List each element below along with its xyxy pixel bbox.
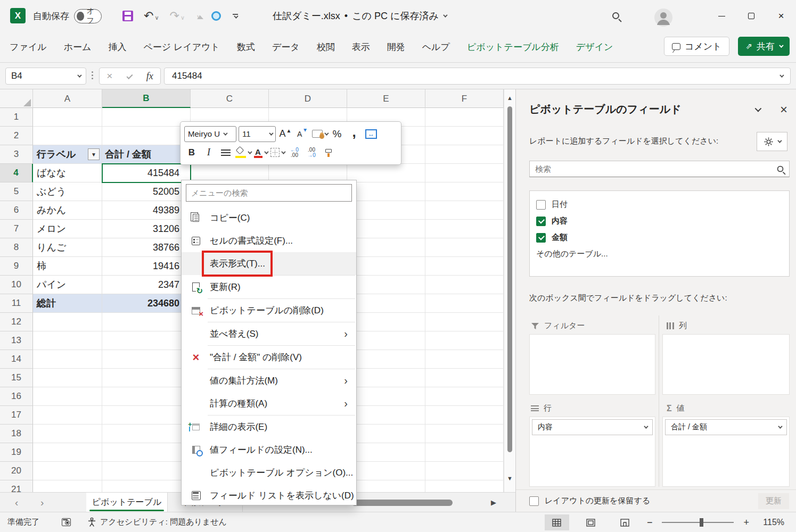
redo-button[interactable]: ↷∨ bbox=[170, 9, 185, 23]
grow-font-button[interactable]: A▲ bbox=[278, 126, 293, 142]
tab-home[interactable]: ホーム bbox=[56, 37, 99, 57]
row-header-12[interactable]: 12 bbox=[0, 313, 33, 331]
checkbox-icon[interactable] bbox=[536, 200, 546, 210]
pivot-cell-value[interactable]: 38766 bbox=[102, 238, 191, 256]
scroll-right-icon[interactable]: ▶ bbox=[491, 498, 496, 506]
autofit-width-button[interactable]: ↔ bbox=[364, 126, 379, 142]
menu-item-summarize-values[interactable]: 値の集計方法(M) › bbox=[182, 369, 356, 392]
column-header-e[interactable]: E bbox=[347, 89, 425, 108]
customize-toolbar-button[interactable] bbox=[232, 14, 239, 19]
italic-button[interactable]: I bbox=[201, 145, 216, 161]
accessibility-status[interactable]: アクセシビリティ: 問題ありません bbox=[88, 517, 227, 527]
pivot-cell-label[interactable]: みかん bbox=[33, 201, 102, 219]
values-drop-area[interactable]: 合計 / 金額 bbox=[662, 417, 790, 487]
sheet-tab-pivottable[interactable]: ピボットテーブル bbox=[86, 493, 167, 512]
title-chevron-icon[interactable] bbox=[443, 13, 447, 17]
formula-bar-grip-icon[interactable] bbox=[92, 71, 93, 73]
pivot-cell-label[interactable]: りんご bbox=[33, 238, 102, 256]
menu-item-value-field-settings[interactable]: 値フィールドの設定(N)... bbox=[182, 438, 356, 461]
percent-style-button[interactable]: % bbox=[330, 126, 344, 142]
checkbox-icon[interactable] bbox=[536, 233, 546, 243]
zoom-out-button[interactable]: − bbox=[647, 517, 653, 528]
field-item-date[interactable]: 日付 bbox=[536, 196, 783, 213]
row-header-13[interactable]: 13 bbox=[0, 331, 33, 350]
close-button[interactable]: × bbox=[766, 0, 796, 32]
save-icon[interactable] bbox=[122, 11, 133, 21]
column-header-d[interactable]: D bbox=[269, 89, 347, 108]
row-header-11[interactable]: 11 bbox=[0, 294, 33, 313]
tab-insert[interactable]: 挿入 bbox=[101, 37, 134, 57]
tab-view[interactable]: 表示 bbox=[344, 37, 378, 57]
tab-developer[interactable]: 開発 bbox=[380, 37, 413, 57]
selected-cell-outline[interactable] bbox=[102, 163, 191, 183]
menu-item-pivottable-options[interactable]: ピボットテーブル オプション(O)... bbox=[182, 461, 356, 484]
row-header-20[interactable]: 20 bbox=[0, 462, 33, 480]
tools-button[interactable] bbox=[757, 132, 787, 151]
font-size-combo[interactable]: 11 bbox=[239, 126, 276, 142]
filter-dropdown-button[interactable]: ▼ bbox=[88, 148, 100, 160]
row-header-2[interactable]: 2 bbox=[0, 127, 33, 145]
maximize-button[interactable] bbox=[736, 0, 766, 32]
row-header-15[interactable]: 15 bbox=[0, 369, 33, 387]
scroll-up-icon[interactable]: ▲ bbox=[507, 95, 513, 101]
fill-color-chevron-icon[interactable] bbox=[248, 149, 252, 154]
zoom-in-button[interactable]: + bbox=[743, 517, 749, 528]
values-pill-chevron-icon[interactable] bbox=[778, 424, 782, 428]
document-title[interactable]: 仕訳ダミー.xlsx • この PC に保存済み bbox=[273, 0, 446, 32]
vertical-scrollbar[interactable]: ▲ ▼ bbox=[504, 89, 515, 492]
page-layout-view-button[interactable] bbox=[579, 514, 603, 530]
menu-item-refresh[interactable]: 更新(R) bbox=[182, 276, 356, 298]
normal-view-button[interactable] bbox=[545, 514, 569, 530]
defer-layout-checkbox[interactable] bbox=[529, 496, 539, 506]
formula-input[interactable]: 415484 bbox=[164, 68, 791, 85]
column-header-f[interactable]: F bbox=[425, 89, 504, 108]
pivot-cell-value[interactable]: 2347 bbox=[102, 276, 191, 294]
share-button[interactable]: ⇗ 共有 bbox=[738, 37, 790, 56]
row-header-17[interactable]: 17 bbox=[0, 406, 33, 425]
rows-field-pill[interactable]: 内容 bbox=[532, 419, 653, 435]
name-box-chevron-icon[interactable] bbox=[77, 73, 81, 77]
font-color-chevron-icon[interactable] bbox=[264, 149, 268, 154]
menu-item-hide-field-list[interactable]: フィールド リストを表示しない(D) bbox=[182, 484, 356, 507]
zoom-slider[interactable] bbox=[662, 522, 734, 523]
pane-search-input[interactable] bbox=[535, 164, 777, 173]
rows-drop-area[interactable]: 内容 bbox=[529, 417, 655, 487]
update-button[interactable]: 更新 bbox=[758, 493, 789, 509]
pivot-cell-label[interactable]: ばなな bbox=[33, 164, 102, 182]
formula-expand-chevron-icon[interactable] bbox=[779, 73, 784, 77]
pivot-cell-label[interactable]: ぶどう bbox=[33, 182, 102, 201]
field-item-amount[interactable]: 金額 bbox=[536, 229, 783, 246]
column-header-b[interactable]: B bbox=[102, 89, 191, 108]
pivot-cell-label[interactable]: パイン bbox=[33, 276, 102, 294]
menu-item-number-format[interactable]: 表示形式(T)... bbox=[182, 252, 356, 275]
menu-item-show-values-as[interactable]: 計算の種類(A) › bbox=[182, 392, 356, 415]
pane-search-box[interactable] bbox=[529, 161, 790, 177]
excel-logo-icon[interactable]: X bbox=[10, 8, 26, 23]
pivot-cell-value[interactable]: 19416 bbox=[102, 257, 191, 275]
pivot-cell-value[interactable]: 31206 bbox=[102, 220, 191, 238]
tab-file[interactable]: ファイル bbox=[2, 37, 54, 57]
row-header-18[interactable]: 18 bbox=[0, 425, 33, 443]
shrink-font-button[interactable]: A▲ bbox=[295, 126, 310, 142]
avatar[interactable] bbox=[654, 8, 673, 29]
row-header-14[interactable]: 14 bbox=[0, 350, 33, 369]
borders-button[interactable] bbox=[270, 145, 285, 161]
pivot-value-header[interactable]: 合計 / 金額 bbox=[102, 145, 191, 163]
pane-close-icon[interactable]: × bbox=[780, 104, 787, 115]
row-header-4[interactable]: 4 bbox=[0, 164, 33, 182]
comma-style-button[interactable]: , bbox=[347, 126, 362, 142]
pivot-total-value[interactable]: 234680 bbox=[102, 294, 191, 312]
decrease-decimal-button[interactable]: .00 →0 bbox=[304, 145, 319, 161]
row-header-7[interactable]: 7 bbox=[0, 220, 33, 238]
comments-button[interactable]: コメント bbox=[664, 37, 730, 56]
tab-formulas[interactable]: 数式 bbox=[229, 37, 262, 57]
row-header-8[interactable]: 8 bbox=[0, 238, 33, 257]
tab-review[interactable]: 校閲 bbox=[309, 37, 342, 57]
tab-pivottable-analyze[interactable]: ピボットテーブル分析 bbox=[459, 37, 567, 57]
tab-help[interactable]: ヘルプ bbox=[415, 37, 457, 57]
rows-pill-chevron-icon[interactable] bbox=[644, 424, 648, 428]
bold-button[interactable]: B bbox=[184, 145, 199, 161]
menu-item-sort[interactable]: 並べ替え(S) › bbox=[182, 322, 356, 345]
autosave-toggle[interactable]: オフ bbox=[74, 9, 102, 23]
font-size-chevron-icon[interactable] bbox=[269, 131, 273, 135]
